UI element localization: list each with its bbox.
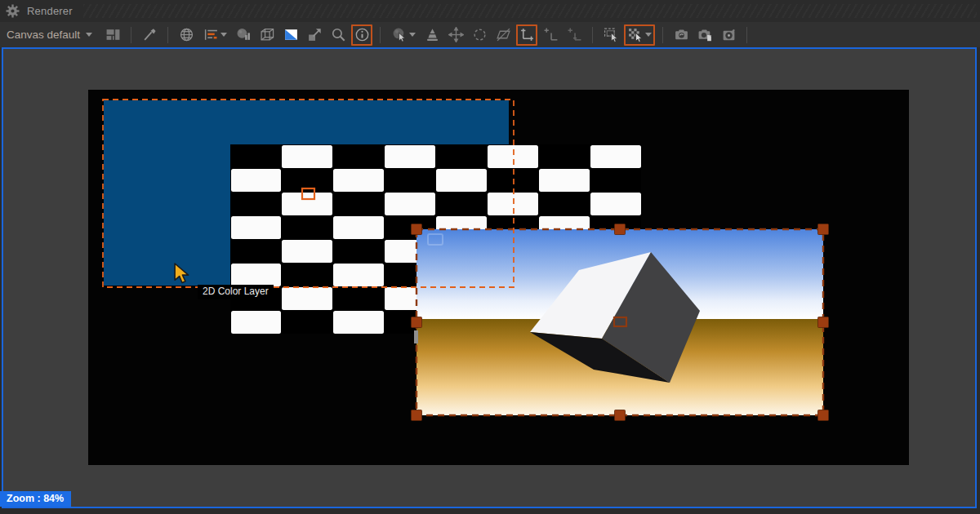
mouse-cursor-icon: [173, 263, 191, 284]
toolbar-separator: [592, 27, 593, 43]
skew-button[interactable]: [492, 24, 514, 46]
cube-wireframe-button[interactable]: [256, 24, 278, 46]
titlebar-hatch: [83, 4, 977, 18]
picker-sphere-icon: [392, 27, 408, 42]
blend-square-icon: [283, 27, 299, 42]
camera-button[interactable]: [670, 24, 692, 46]
camera-icon: [674, 27, 689, 42]
canvas-viewport[interactable]: 2D Color Layer: [2, 47, 977, 508]
cone-icon: [425, 27, 440, 42]
axis-corner-button[interactable]: [516, 24, 537, 46]
eyedropper-icon: [142, 27, 158, 42]
move-button[interactable]: [445, 24, 466, 46]
resize-square-button[interactable]: [304, 24, 325, 46]
render-scene: 2D Color Layer: [88, 90, 909, 465]
renderer-window: Renderer Canvas default 2D Color Layer Z…: [0, 0, 980, 514]
eyedropper-button[interactable]: [139, 24, 160, 46]
image-layer-anchor[interactable]: [614, 317, 626, 326]
canvas-selector-label: Canvas default: [7, 29, 80, 41]
layer-tooltip: 2D Color Layer: [198, 285, 274, 299]
blend-square-button[interactable]: [280, 24, 301, 46]
canvas-selector-dropdown[interactable]: Canvas default: [7, 29, 92, 41]
color-layer-anchor[interactable]: [302, 188, 314, 199]
axis-add-alt-button[interactable]: [564, 24, 585, 46]
marquee-cursor-button[interactable]: [600, 24, 621, 46]
axis-add-alt-icon: [567, 27, 582, 42]
toolbar-separator: [380, 27, 381, 43]
transform-handle[interactable]: [615, 410, 626, 421]
chevron-down-icon: [86, 33, 92, 37]
transform-handle[interactable]: [818, 224, 829, 235]
chevron-down-icon: [220, 33, 227, 37]
toolbar-separator: [167, 27, 168, 43]
toolbar-separator: [662, 27, 663, 43]
checker-cursor-button[interactable]: [624, 24, 655, 46]
toolbar-separator: [746, 27, 747, 43]
toolbar: Canvas default: [0, 22, 980, 47]
color-layer-selection-box: [103, 100, 514, 287]
transform-handle[interactable]: [615, 224, 626, 235]
layout-panels-icon: [105, 27, 121, 42]
camera-copy-button[interactable]: [694, 24, 715, 46]
panel-title: Renderer: [27, 5, 73, 17]
selection-overlay: [88, 90, 909, 465]
axis-add-icon: [543, 27, 559, 42]
globe-icon: [179, 27, 194, 42]
toolbar-separator: [131, 27, 131, 43]
marquee-cursor-icon: [604, 27, 619, 42]
chevron-down-icon: [645, 33, 652, 37]
info-icon: [354, 27, 370, 42]
image-layer-selection-box: [416, 229, 823, 415]
move-icon: [448, 27, 464, 42]
rotate-icon: [472, 27, 488, 42]
resize-square-icon: [307, 27, 323, 42]
cone-button[interactable]: [421, 24, 443, 46]
globe-button[interactable]: [176, 24, 197, 46]
picker-sphere-button[interactable]: [388, 24, 419, 46]
transform-handle[interactable]: [818, 317, 829, 328]
checker-cursor-icon: [628, 27, 644, 42]
overlay-list-button[interactable]: [199, 24, 230, 46]
chevron-down-icon: [409, 33, 416, 37]
transform-handle[interactable]: [818, 410, 829, 421]
gear-icon: [6, 4, 20, 18]
magnifier-button[interactable]: [327, 24, 349, 46]
camera-target-button[interactable]: [718, 24, 739, 46]
pivot-ghost-outline: [428, 234, 443, 245]
sphere-stats-button[interactable]: [233, 24, 254, 46]
info-button[interactable]: [351, 24, 372, 46]
camera-copy-icon: [697, 27, 713, 42]
magnifier-icon: [331, 27, 346, 42]
transform-handle[interactable]: [412, 410, 422, 421]
cube-wireframe-icon: [260, 27, 275, 42]
skew-icon: [496, 27, 511, 42]
rotate-handle-tick[interactable]: [414, 330, 418, 343]
sphere-stats-icon: [236, 27, 252, 42]
layout-panels-button[interactable]: [102, 24, 123, 46]
axis-add-button[interactable]: [540, 24, 561, 46]
overlay-list-icon: [203, 27, 219, 42]
zoom-badge: Zoom : 84%: [0, 491, 71, 507]
rotate-button[interactable]: [469, 24, 490, 46]
transform-handle[interactable]: [412, 224, 422, 235]
camera-target-icon: [721, 27, 737, 42]
titlebar: Renderer: [0, 0, 980, 22]
transform-handle[interactable]: [412, 317, 422, 328]
axis-corner-icon: [519, 27, 535, 42]
